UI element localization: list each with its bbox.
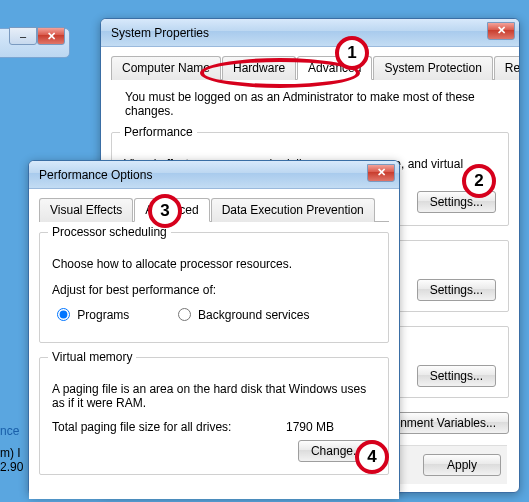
processor-scheduling-desc: Choose how to allocate processor resourc… (52, 257, 376, 271)
bg-close-icon: ✕ (37, 27, 65, 45)
paging-file-total-label: Total paging file size for all drives: (52, 420, 286, 434)
performance-settings-button[interactable]: Settings... (417, 191, 496, 213)
perfopts-title: Performance Options (39, 168, 367, 182)
processor-scheduling-group: Processor scheduling Choose how to alloc… (39, 232, 389, 343)
paging-file-total-value: 1790 MB (286, 420, 376, 434)
tab-perfopts-advanced[interactable]: Advanced (134, 198, 209, 222)
virtual-memory-group: Virtual memory A paging file is an area … (39, 357, 389, 475)
perfopts-tabstrip: Visual Effects Advanced Data Execution P… (39, 197, 389, 222)
tab-advanced[interactable]: Advanced (297, 56, 372, 80)
tab-visual-effects[interactable]: Visual Effects (39, 198, 133, 222)
radio-services[interactable] (178, 308, 191, 321)
sysprops-intro-text: You must be logged on as an Administrato… (125, 90, 507, 118)
radio-programs[interactable] (57, 308, 70, 321)
bg-minimize-icon: – (9, 27, 37, 45)
virtual-memory-legend: Virtual memory (48, 350, 136, 364)
sysprops-title: System Properties (111, 26, 487, 40)
user-profiles-settings-button[interactable]: Settings... (417, 279, 496, 301)
sysprops-close-button[interactable]: ✕ (487, 22, 515, 40)
bg-label-m: m) I (0, 446, 21, 460)
tab-system-protection[interactable]: System Protection (373, 56, 492, 80)
radio-services-label[interactable]: Background services (173, 308, 310, 322)
perfopts-close-button[interactable]: ✕ (367, 164, 395, 182)
adjust-label: Adjust for best performance of: (52, 283, 376, 297)
virtual-memory-desc: A paging file is an area on the hard dis… (52, 382, 376, 410)
change-button[interactable]: Change... (298, 440, 376, 462)
performance-legend: Performance (120, 125, 197, 139)
processor-scheduling-legend: Processor scheduling (48, 225, 171, 239)
tab-hardware[interactable]: Hardware (222, 56, 296, 80)
tab-dep[interactable]: Data Execution Prevention (211, 198, 375, 222)
tab-computer-name[interactable]: Computer Name (111, 56, 221, 80)
radio-programs-text: Programs (77, 308, 129, 322)
startup-recovery-settings-button[interactable]: Settings... (417, 365, 496, 387)
bg-label-ghz: 2.90 (0, 460, 23, 474)
radio-services-text: Background services (198, 308, 309, 322)
radio-programs-label[interactable]: Programs (52, 308, 133, 322)
tab-remote[interactable]: Remote (494, 56, 519, 80)
sysprops-tabstrip: Computer Name Hardware Advanced System P… (111, 55, 509, 80)
bg-label-nce: nce (0, 424, 19, 438)
sysprops-apply-button[interactable]: Apply (423, 454, 501, 476)
performance-options-window: Performance Options ✕ Visual Effects Adv… (28, 160, 400, 496)
